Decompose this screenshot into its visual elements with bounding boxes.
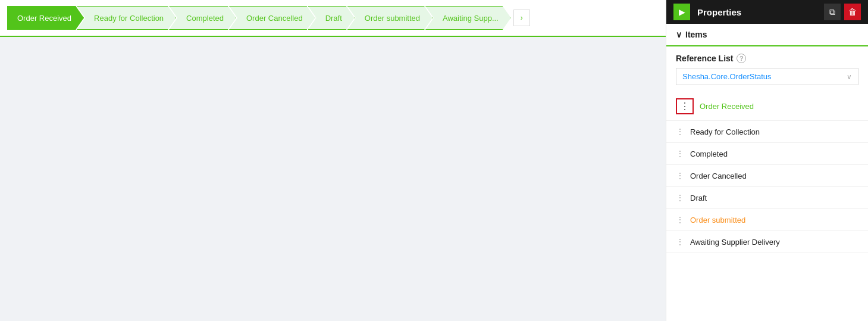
list-item-label: Order Received bbox=[700, 102, 858, 111]
step-label: Draft bbox=[325, 14, 342, 23]
step-order-received[interactable]: Order Received bbox=[7, 6, 84, 30]
reference-list-dropdown[interactable]: Shesha.Core.OrderStatus ∨ bbox=[676, 68, 858, 85]
items-chevron: ∨ bbox=[676, 30, 682, 39]
step-label: Order Received bbox=[17, 14, 71, 23]
list-item-label: Completed bbox=[690, 149, 858, 158]
items-toggle[interactable]: ∨ Items bbox=[676, 30, 858, 39]
delete-button[interactable]: 🗑 bbox=[844, 4, 861, 20]
panel-header-icons: ⧉ 🗑 bbox=[824, 4, 861, 20]
list-item-label: Awaiting Supplier Delivery bbox=[690, 238, 858, 247]
list-item-label: Order Cancelled bbox=[690, 172, 858, 180]
drag-handle-icon: ⋮ bbox=[676, 237, 684, 247]
drag-handle-icon: ⋮ bbox=[676, 149, 684, 158]
right-panel: ▶ Properties ⧉ 🗑 ∨ Items Reference List … bbox=[666, 0, 868, 321]
step-completed[interactable]: Completed bbox=[169, 6, 236, 30]
copy-icon: ⧉ bbox=[829, 7, 835, 17]
main-content bbox=[0, 37, 666, 321]
step-order-submitted[interactable]: Order submitted bbox=[347, 6, 433, 30]
help-icon[interactable]: ? bbox=[737, 54, 746, 63]
step-label: Order Cancelled bbox=[246, 14, 303, 23]
step-order-cancelled[interactable]: Order Cancelled bbox=[229, 6, 315, 30]
reference-list-section: Reference List ? Shesha.Core.OrderStatus… bbox=[666, 46, 868, 92]
list-item[interactable]: ⋮ Order submitted bbox=[666, 209, 868, 231]
drag-handle-icon: ⋮ bbox=[676, 127, 684, 136]
status-bar: Order Received Ready for Collection Comp… bbox=[0, 0, 666, 37]
drag-handle-icon: ⋮ bbox=[676, 171, 684, 180]
drag-handle-icon: ⋮ bbox=[676, 215, 684, 225]
main-area: Order Received Ready for Collection Comp… bbox=[0, 0, 666, 321]
reference-list-title: Reference List ? bbox=[676, 54, 858, 63]
reference-list-title-text: Reference List bbox=[676, 54, 733, 63]
expand-icon: ▶ bbox=[679, 7, 685, 17]
list-item[interactable]: ⋮ Order Cancelled bbox=[666, 165, 868, 187]
list-item[interactable]: ⋮ Awaiting Supplier Delivery bbox=[666, 231, 868, 253]
list-item-label: Ready for Collection bbox=[690, 127, 858, 136]
drag-handle-icon: ⋮ bbox=[676, 98, 694, 114]
list-item[interactable]: ⋮ Completed bbox=[666, 143, 868, 165]
step-label: Order submitted bbox=[365, 14, 420, 23]
step-label: Awaiting Supp... bbox=[443, 14, 499, 23]
copy-button[interactable]: ⧉ bbox=[824, 4, 841, 20]
list-item[interactable]: ⋮ Ready for Collection bbox=[666, 121, 868, 143]
status-steps: Order Received Ready for Collection Comp… bbox=[7, 6, 511, 30]
reference-list: ⋮ Order Received ⋮ Ready for Collection … bbox=[666, 92, 868, 321]
list-item[interactable]: ⋮ Draft bbox=[666, 187, 868, 209]
step-label: Completed bbox=[186, 14, 224, 23]
delete-icon: 🗑 bbox=[848, 7, 857, 17]
step-label: Ready for Collection bbox=[94, 14, 164, 23]
list-item-label: Order submitted bbox=[690, 216, 858, 225]
chevron-down-icon: ∨ bbox=[847, 73, 852, 81]
list-item-label: Draft bbox=[690, 194, 858, 202]
items-label: Items bbox=[685, 30, 707, 39]
panel-header: ▶ Properties ⧉ 🗑 bbox=[666, 0, 868, 24]
panel-expand-button[interactable]: ▶ bbox=[673, 4, 690, 20]
dropdown-value: Shesha.Core.OrderStatus bbox=[682, 72, 772, 81]
scroll-right-icon: › bbox=[521, 14, 523, 22]
step-ready-for-collection[interactable]: Ready for Collection bbox=[77, 6, 176, 30]
items-section: ∨ Items bbox=[666, 24, 868, 46]
scroll-right-button[interactable]: › bbox=[513, 10, 530, 26]
list-item[interactable]: ⋮ Order Received bbox=[666, 92, 868, 121]
step-awaiting-supplier[interactable]: Awaiting Supp... bbox=[425, 6, 511, 30]
panel-title: Properties bbox=[697, 7, 741, 17]
drag-handle-icon: ⋮ bbox=[676, 193, 684, 202]
